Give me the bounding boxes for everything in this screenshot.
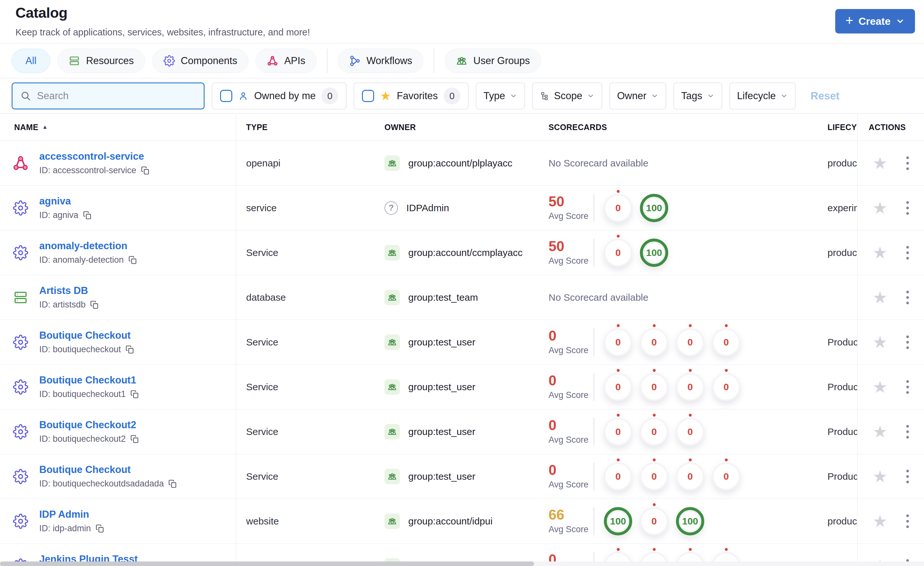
- scorecard-circle[interactable]: 0: [712, 552, 740, 562]
- entity-name-link[interactable]: Artists DB: [39, 285, 99, 297]
- copy-icon[interactable]: [141, 166, 150, 175]
- row-menu-kebab-icon[interactable]: [904, 468, 911, 485]
- copy-icon[interactable]: [168, 479, 177, 488]
- table-row[interactable]: Artists DB ID: artistsdb database group:…: [0, 275, 924, 319]
- scorecard-circle[interactable]: 0: [640, 462, 668, 491]
- row-menu-kebab-icon[interactable]: [904, 155, 911, 172]
- copy-icon[interactable]: [90, 300, 99, 309]
- search-input[interactable]: [37, 90, 196, 102]
- scorecard-circle[interactable]: 0: [676, 418, 704, 446]
- scorecard-circle[interactable]: 0: [604, 328, 632, 357]
- entity-name-link[interactable]: Jenkins Plugin Tesst: [39, 554, 138, 561]
- copy-icon[interactable]: [128, 256, 137, 264]
- table-row[interactable]: anomaly-detection ID: anomaly-detection …: [0, 230, 924, 275]
- owned-by-me-filter[interactable]: Owned by me 0: [212, 83, 346, 110]
- copy-icon[interactable]: [130, 435, 139, 443]
- scorecard-circle[interactable]: 0: [640, 328, 668, 357]
- scorecard-circle[interactable]: 0: [640, 418, 668, 446]
- scorecard-circle[interactable]: 0: [712, 462, 740, 491]
- scorecard-circle[interactable]: 0: [712, 328, 740, 357]
- table-row[interactable]: Jenkins Plugin Tesst ID: jenkinstest ser…: [0, 543, 924, 561]
- scorecard-circle[interactable]: 100: [604, 507, 632, 536]
- favorite-toggle-star-icon[interactable]: ★: [873, 423, 888, 440]
- tab-components[interactable]: Components: [152, 49, 249, 73]
- copy-icon[interactable]: [96, 524, 104, 533]
- entity-name-link[interactable]: IDP Admin: [39, 509, 104, 520]
- scorecard-circle[interactable]: 0: [712, 373, 740, 401]
- table-row[interactable]: Boutique Checkout2 ID: boutiquecheckout2…: [0, 409, 924, 454]
- row-menu-kebab-icon[interactable]: [904, 557, 911, 562]
- reset-filters-link[interactable]: Reset: [810, 90, 839, 102]
- column-header-name[interactable]: NAME ▲: [14, 114, 48, 140]
- type-dropdown[interactable]: Type: [476, 83, 525, 110]
- tab-user-groups[interactable]: User Groups: [445, 49, 541, 73]
- entity-name-link[interactable]: agniva: [39, 196, 92, 207]
- entity-name-link[interactable]: accesscontrol-service: [39, 151, 150, 162]
- create-button[interactable]: + Create: [835, 9, 915, 33]
- search-box[interactable]: [12, 83, 205, 110]
- copy-icon[interactable]: [130, 390, 139, 399]
- favorite-toggle-star-icon[interactable]: ★: [873, 334, 888, 351]
- scorecard-circle[interactable]: 0: [640, 552, 668, 562]
- scorecard-circle[interactable]: 0: [640, 507, 668, 536]
- favorite-toggle-star-icon[interactable]: ★: [873, 558, 888, 562]
- scorecard-circle[interactable]: 0: [604, 239, 632, 267]
- entity-name-link[interactable]: Boutique Checkout: [39, 330, 134, 341]
- scorecard-circle[interactable]: 0: [676, 373, 704, 401]
- owned-by-me-checkbox[interactable]: [220, 90, 232, 102]
- scorecard-circle[interactable]: 0: [604, 552, 632, 562]
- scorecard-circle[interactable]: 0: [604, 194, 632, 222]
- favorites-filter[interactable]: ★ Favorites 0: [354, 83, 469, 110]
- copy-icon[interactable]: [83, 211, 92, 220]
- tab-resources[interactable]: Resources: [57, 49, 145, 73]
- favorite-toggle-star-icon[interactable]: ★: [873, 200, 888, 216]
- tags-dropdown[interactable]: Tags: [674, 83, 722, 110]
- scorecard-circle[interactable]: 100: [640, 194, 668, 222]
- row-menu-kebab-icon[interactable]: [904, 289, 911, 306]
- scorecard-circle[interactable]: 0: [604, 373, 632, 401]
- group-icon: [384, 424, 400, 440]
- scorecard-circle[interactable]: 0: [676, 328, 704, 357]
- table-row[interactable]: Boutique Checkout ID: boutiquecheckoutds…: [0, 454, 924, 498]
- scorecard-circle[interactable]: 0: [640, 373, 668, 401]
- scorecard-circle[interactable]: 100: [676, 507, 704, 536]
- row-menu-kebab-icon[interactable]: [904, 423, 911, 440]
- scorecard-circle[interactable]: 100: [640, 239, 668, 267]
- avg-score-value: 50: [549, 239, 594, 253]
- favorite-toggle-star-icon[interactable]: ★: [873, 155, 888, 172]
- scorecard-circle[interactable]: 0: [604, 418, 632, 446]
- horizontal-scrollbar-thumb[interactable]: [0, 561, 534, 566]
- lifecycle-dropdown[interactable]: Lifecycle: [729, 83, 796, 110]
- scorecard-circle[interactable]: 0: [676, 552, 704, 562]
- table-row[interactable]: agniva ID: agniva service ? IDPAdmin 50A…: [0, 185, 924, 230]
- entity-name-link[interactable]: Boutique Checkout1: [39, 375, 139, 386]
- scorecards-cell: 0Avg Score0000: [549, 365, 740, 409]
- favorite-toggle-star-icon[interactable]: ★: [873, 379, 888, 395]
- favorite-toggle-star-icon[interactable]: ★: [873, 468, 888, 485]
- scorecard-circle[interactable]: 0: [604, 462, 632, 491]
- row-menu-kebab-icon[interactable]: [904, 334, 911, 351]
- entity-name-link[interactable]: Boutique Checkout2: [39, 419, 139, 431]
- owner-dropdown[interactable]: Owner: [609, 83, 666, 110]
- favorite-toggle-star-icon[interactable]: ★: [873, 244, 888, 261]
- tab-apis[interactable]: APIs: [255, 49, 316, 73]
- scope-dropdown[interactable]: Scope: [532, 83, 602, 110]
- row-menu-kebab-icon[interactable]: [904, 244, 911, 262]
- copy-icon[interactable]: [126, 345, 134, 354]
- entity-name-link[interactable]: Boutique Checkout: [39, 464, 177, 476]
- scorecard-circle[interactable]: 0: [676, 462, 704, 491]
- row-menu-kebab-icon[interactable]: [904, 378, 911, 396]
- row-menu-kebab-icon[interactable]: [904, 513, 911, 530]
- favorite-toggle-star-icon[interactable]: ★: [873, 289, 888, 306]
- table-row[interactable]: Boutique Checkout1 ID: boutiquecheckout1…: [0, 364, 924, 409]
- scorecards-cell: 0Avg Score0000: [549, 454, 740, 498]
- tab-workflows[interactable]: Workflows: [338, 49, 423, 73]
- table-row[interactable]: IDP Admin ID: idp-admin website group:ac…: [0, 498, 924, 543]
- favorite-toggle-star-icon[interactable]: ★: [873, 513, 888, 530]
- entity-name-link[interactable]: anomaly-detection: [39, 240, 137, 252]
- table-row[interactable]: Boutique Checkout ID: boutiquecheckout S…: [0, 319, 924, 364]
- favorites-checkbox[interactable]: [362, 90, 374, 102]
- tab-all[interactable]: All: [12, 49, 50, 73]
- table-row[interactable]: accesscontrol-service ID: accesscontrol-…: [0, 140, 924, 185]
- row-menu-kebab-icon[interactable]: [904, 199, 911, 217]
